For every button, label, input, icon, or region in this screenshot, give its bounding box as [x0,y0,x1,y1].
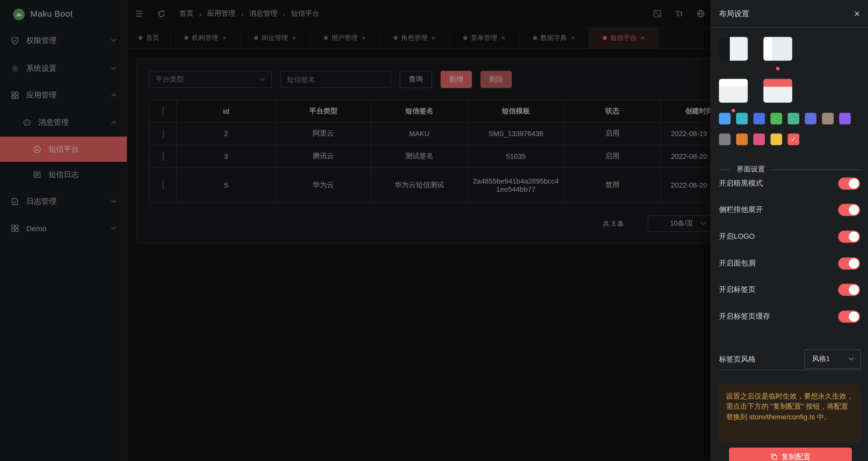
toggle-label: 开启面包屑 [719,258,755,268]
layout-thumb-light-sidebar[interactable] [764,37,792,61]
theme-color-swatch[interactable] [719,134,731,145]
tabs-toggle[interactable] [838,284,860,296]
divider [719,370,862,370]
tab-style-select[interactable]: 风格1 [804,349,861,369]
chevron-down-icon [848,357,855,361]
section-divider: 界面设置 [719,165,862,174]
tab-style-label: 标签页风格 [719,354,755,364]
layout-thumb-light-topbar[interactable] [719,79,748,103]
theme-color-swatch[interactable] [771,113,782,124]
theme-color-swatch[interactable] [753,113,765,124]
theme-color-swatch-selected[interactable]: ✓ [788,134,799,145]
toggle-row-logo: 开启LOGO [719,230,860,243]
dark-mode-toggle[interactable] [838,177,860,190]
check-icon: ✓ [791,136,796,143]
toggle-row-breadcrumb: 开启面包屑 [719,257,860,269]
layout-settings-drawer: 布局设置 × ✓ 界面设置 [710,0,868,461]
copy-config-button[interactable]: 复制配置 [729,448,852,461]
theme-color-swatch[interactable] [788,113,799,124]
toggle-label: 开启暗黑模式 [719,178,763,188]
theme-color-swatch[interactable] [736,113,748,124]
toggle-row-sidebar-accordion: 侧栏排他展开 [719,203,860,216]
toggle-label: 开启标签页 [719,285,755,294]
layout-thumb-dark-sidebar[interactable] [719,37,748,61]
theme-color-swatch[interactable] [839,113,851,124]
theme-color-swatch[interactable] [753,134,765,145]
theme-color-swatch[interactable] [771,134,782,145]
section-title: 界面设置 [737,165,765,174]
layout-thumb-primary-topbar[interactable] [764,79,792,103]
close-icon[interactable]: × [854,8,860,19]
breadcrumb-toggle[interactable] [838,257,860,269]
theme-color-swatch[interactable] [736,134,748,145]
tab-style-value: 风格1 [812,354,830,364]
drawer-header: 布局设置 × [710,0,868,28]
toggle-label: 开启标签页缓存 [719,312,770,321]
theme-color-row: ✓ [719,134,799,145]
toggle-row-dark-mode: 开启暗黑模式 [719,177,860,190]
sidebar-accordion-toggle[interactable] [838,204,860,216]
selected-dot-icon [732,109,735,112]
drawer-title: 布局设置 [719,9,749,19]
theme-color-swatch[interactable] [822,113,834,124]
toggle-label: 开启LOGO [719,232,755,241]
settings-note: 设置之后仅是临时生效，要想永久生效，需点击下方的 "复制配置" 按钮，将配置替换… [719,384,861,443]
toggle-row-tabs: 开启标签页 [719,283,860,296]
toggle-row-tabs-cache: 开启标签页缓存 [719,310,860,323]
tabs-cache-toggle[interactable] [838,310,860,322]
theme-color-swatch[interactable] [719,113,731,124]
selected-dot-icon [776,67,780,70]
theme-color-row [719,113,851,124]
logo-toggle[interactable] [838,230,860,242]
copy-icon [770,453,777,460]
theme-color-swatch[interactable] [805,113,816,124]
tab-style-row: 标签页风格 风格1 [719,349,861,369]
copy-config-label: 复制配置 [781,452,811,461]
toggle-label: 侧栏排他展开 [719,205,763,214]
app-window: Maku Boot 权限管理 系统设置 应用管理 消息管理 短信平台 [0,0,868,461]
